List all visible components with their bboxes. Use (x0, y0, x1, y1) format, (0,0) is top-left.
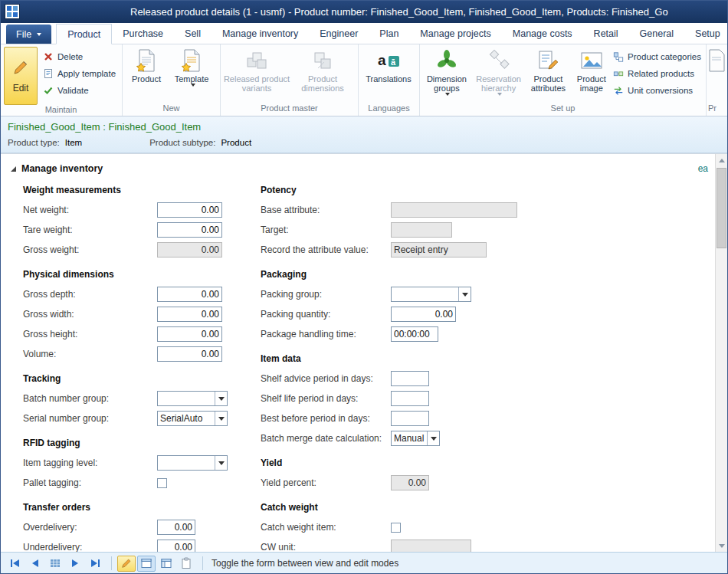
field-row: Serial number group: SerialAuto (23, 408, 239, 428)
shelf-life-period-input[interactable] (391, 391, 429, 406)
last-record-button[interactable] (86, 556, 104, 572)
gross-depth-input[interactable] (157, 287, 222, 302)
gross-width-input[interactable] (157, 307, 222, 322)
edit-mode-toggle-button[interactable] (117, 556, 136, 572)
field-row: Batch merge date calculation: Manual (261, 428, 517, 448)
net-weight-input[interactable] (157, 202, 222, 218)
next-record-button[interactable] (66, 556, 84, 572)
translations-button[interactable]: aā Translations (360, 46, 417, 103)
apply-template-button[interactable]: Apply template (43, 67, 116, 80)
window-title: Released product details (1 - usmf) - Pr… (130, 6, 728, 18)
field-row: Shelf life period in days: (261, 389, 517, 408)
tab-sell[interactable]: Sell (174, 23, 212, 44)
chevron-down-icon[interactable] (215, 392, 227, 405)
edit-button[interactable]: Edit (4, 47, 38, 105)
product-categories-button[interactable]: Product categories (613, 50, 701, 63)
tab-manage-inventory[interactable]: Manage inventory (212, 23, 309, 44)
heading-yield: Yield (261, 458, 517, 468)
volume-input[interactable] (157, 346, 222, 362)
chevron-down-icon[interactable] (458, 287, 471, 301)
overdelivery-input[interactable] (157, 520, 195, 535)
new-product-button[interactable]: Product (124, 46, 169, 103)
product-categories-label: Product categories (628, 52, 701, 61)
unit-conversions-button[interactable]: Unit conversions (613, 84, 701, 97)
field-row: Gross width: (23, 304, 239, 324)
chevron-down-icon[interactable] (427, 431, 439, 445)
layout-view-button[interactable] (157, 556, 175, 572)
new-template-button[interactable]: Template (169, 46, 215, 103)
dimension-groups-button[interactable]: Dimension groups (421, 46, 472, 103)
field-label: Overdelivery: (23, 522, 157, 533)
field-row: Packing group: (261, 284, 517, 304)
catch-weight-item-checkbox[interactable] (391, 523, 401, 533)
field-label: CW unit: (261, 542, 391, 552)
tab-product[interactable]: Product (56, 24, 112, 44)
ribbon-tab-row: File Product Purchase Sell Manage invent… (0, 23, 728, 44)
field-row: CW unit: (261, 537, 517, 552)
delete-button-label: Delete (57, 52, 83, 61)
batch-number-group-select[interactable] (157, 391, 228, 406)
underdelivery-input[interactable] (157, 540, 195, 552)
field-row: Packing quantity: (261, 304, 517, 324)
batch-merge-date-calculation-select[interactable]: Manual (391, 431, 440, 446)
statusbar-hint: Toggle the form between view and edit mo… (212, 558, 398, 569)
tab-manage-costs[interactable]: Manage costs (502, 23, 583, 44)
best-before-period-input[interactable] (391, 411, 429, 426)
packing-quantity-input[interactable] (391, 307, 456, 322)
delete-button[interactable]: Delete (43, 50, 116, 63)
form-view-button[interactable] (137, 556, 156, 572)
serial-number-group-select[interactable]: SerialAuto (157, 411, 228, 426)
tab-plan[interactable]: Plan (369, 23, 409, 44)
section-title: Manage inventory (21, 163, 103, 174)
scrollbar-thumb[interactable] (717, 168, 726, 248)
scroll-down-button[interactable] (716, 540, 727, 552)
ribbon-group-set-up: Dimension groups Reservation hierarchy P… (420, 44, 707, 116)
shelf-advice-period-input[interactable] (391, 371, 429, 386)
product-dimensions-icon (310, 48, 335, 73)
previous-record-button[interactable] (26, 556, 44, 572)
tab-engineer[interactable]: Engineer (309, 23, 369, 44)
heading-physical-dimensions: Physical dimensions (23, 269, 239, 280)
attachments-button[interactable] (177, 556, 195, 572)
tab-general[interactable]: General (629, 23, 684, 44)
apply-template-icon (43, 68, 54, 79)
base-attribute-input (391, 202, 517, 218)
packing-group-select[interactable] (391, 287, 471, 302)
tab-setup[interactable]: Setup (684, 23, 728, 44)
validate-button[interactable]: Validate (43, 84, 116, 97)
separator (111, 556, 112, 570)
grid-view-button[interactable] (46, 556, 64, 572)
scroll-up-button[interactable] (716, 154, 727, 166)
field-label: Pallet tagging: (23, 477, 157, 488)
reservation-hierarchy-label: Reservation hierarchy (472, 74, 526, 93)
vertical-scrollbar[interactable] (715, 154, 727, 552)
related-products-button[interactable]: Related products (613, 67, 701, 80)
tab-purchase[interactable]: Purchase (112, 23, 174, 44)
product-subtype-label: Product subtype: (149, 138, 215, 147)
tab-retail[interactable]: Retail (583, 23, 629, 44)
file-menu-button[interactable]: File (6, 25, 51, 44)
ribbon-group-product-master: Released product variants Product dimens… (221, 44, 359, 116)
tab-manage-projects[interactable]: Manage projects (409, 23, 501, 44)
field-label: Gross weight: (23, 244, 157, 255)
item-tagging-level-select[interactable] (157, 455, 228, 471)
field-row: Gross weight: (23, 240, 239, 260)
tare-weight-input[interactable] (157, 222, 222, 238)
chevron-down-icon[interactable] (215, 412, 227, 425)
field-label: Catch weight item: (261, 522, 391, 533)
heading-transfer-orders: Transfer orders (23, 502, 239, 513)
field-row: Item tagging level: (23, 453, 239, 473)
product-image-button[interactable]: Product image (571, 46, 612, 103)
gross-height-input[interactable] (157, 326, 222, 342)
partial-ribbon-button[interactable] (708, 46, 725, 103)
field-row: Gross height: (23, 324, 239, 344)
right-column: Potency Base attribute: Target: Record t… (239, 175, 517, 552)
related-products-icon (613, 68, 624, 79)
pallet-tagging-checkbox[interactable] (157, 478, 167, 488)
package-handling-time-input[interactable] (391, 326, 438, 342)
field-row: Package handling time: (261, 324, 517, 344)
product-attributes-button[interactable]: Product attributes (525, 46, 571, 103)
chevron-down-icon[interactable] (215, 456, 227, 470)
fasttab-manage-inventory[interactable]: Manage inventory (11, 162, 728, 175)
first-record-button[interactable] (6, 556, 25, 572)
